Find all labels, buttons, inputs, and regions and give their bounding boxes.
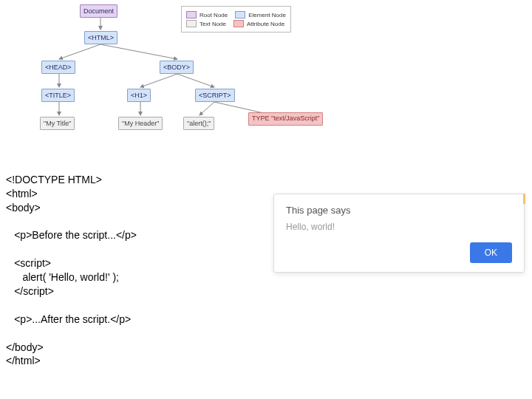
legend-element-label: Element Node [248, 12, 286, 18]
code-line: <body> [6, 202, 41, 214]
code-line: <p>...After the script.</p> [6, 313, 131, 327]
code-line: </html> [6, 355, 41, 366]
decorative-bar [523, 194, 525, 204]
node-text-title: "My Title" [40, 117, 75, 130]
node-html: <HTML> [84, 31, 117, 44]
dialog-actions: OK [286, 242, 512, 263]
code-line: <script> [6, 256, 51, 270]
code-sample: <!DOCTYPE HTML> <html> <body> <p>Before … [6, 159, 137, 368]
diagram-legend: Root Node Element Node Text Node Attribu… [181, 6, 291, 33]
node-title: <TITLE> [41, 89, 75, 102]
code-line: alert( 'Hello, world!' ); [6, 270, 119, 284]
legend-text: Text Node [186, 20, 226, 27]
legend-text-label: Text Node [200, 21, 226, 27]
node-script: <SCRIPT> [195, 89, 235, 102]
code-line: <!DOCTYPE HTML> [6, 174, 102, 185]
dom-tree-diagram: Document <HTML> <HEAD> <BODY> <TITLE> <H… [7, 0, 332, 148]
svg-line-5 [177, 74, 214, 87]
legend-element: Element Node [235, 11, 286, 18]
dialog-title: This page says [286, 205, 512, 216]
ok-button[interactable]: OK [470, 242, 512, 263]
code-line: <p>Before the script...</p> [6, 228, 137, 242]
node-h1: <H1> [127, 89, 151, 102]
node-document: Document [80, 4, 117, 18]
code-line: </body> [6, 341, 44, 353]
legend-root: Root Node [186, 11, 228, 18]
legend-attribute: Attribute Node [233, 20, 284, 27]
alert-dialog: This page says Hello, world! OK [273, 194, 525, 273]
code-line: </script> [6, 284, 54, 299]
legend-attribute-label: Attribute Node [247, 21, 284, 27]
node-text-header: "My Header" [118, 117, 163, 130]
code-line: <html> [6, 188, 38, 200]
legend-root-label: Root Node [200, 12, 228, 18]
node-body: <BODY> [160, 61, 194, 74]
node-text-alert: "alert();" [183, 117, 214, 130]
node-head: <HEAD> [41, 61, 75, 74]
svg-line-8 [200, 102, 214, 115]
dialog-message: Hello, world! [286, 222, 512, 232]
svg-line-4 [140, 74, 177, 87]
svg-line-2 [100, 44, 177, 59]
node-attr-type: TYPE "text/JavaScript" [248, 112, 323, 126]
svg-line-1 [59, 44, 100, 59]
